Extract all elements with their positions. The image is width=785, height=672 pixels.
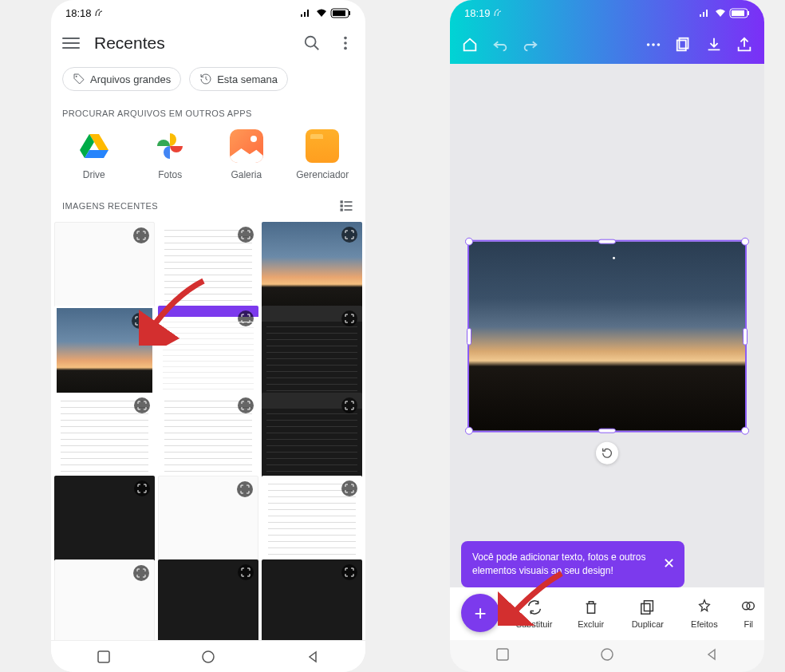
resize-handle[interactable] [465, 427, 473, 435]
expand-icon[interactable] [134, 397, 150, 413]
app-fotos[interactable]: Fotos [138, 129, 202, 180]
svg-rect-1 [333, 10, 345, 16]
canva-editor-screen: 18:19 [450, 0, 764, 672]
battery-icon [330, 8, 351, 18]
resize-handle[interactable] [598, 239, 616, 244]
app-galeria[interactable]: Galeria [215, 129, 278, 180]
selected-image[interactable] [467, 240, 747, 433]
expand-icon[interactable] [133, 565, 149, 581]
expand-icon[interactable] [238, 227, 254, 243]
expand-icon[interactable] [341, 397, 357, 413]
duplicar-button[interactable]: Duplicar [619, 599, 676, 629]
bottom-toolbar: + Substituir Excluir Duplicar Efeitos Fi… [450, 587, 764, 640]
search-icon[interactable] [303, 34, 321, 52]
moon-detail [613, 257, 615, 259]
page-title: Recentes [94, 34, 289, 53]
canvas-page[interactable] [460, 215, 755, 472]
nav-back-icon[interactable] [303, 647, 322, 666]
more-icon[interactable] [337, 34, 354, 52]
resize-handle[interactable] [465, 238, 473, 246]
svg-point-28 [747, 603, 754, 610]
menu-icon[interactable] [62, 38, 80, 49]
thumbnail[interactable] [262, 306, 362, 406]
svg-rect-11 [341, 204, 343, 207]
rotate-handle[interactable] [596, 442, 618, 464]
file-picker-screen: 18:18 Recentes Arquivos grandes Esta sem… [51, 0, 365, 672]
svg-point-8 [76, 76, 77, 77]
expand-icon[interactable] [341, 564, 357, 580]
expand-icon[interactable] [237, 481, 253, 497]
efeitos-button[interactable]: Efeitos [676, 599, 732, 629]
resize-handle[interactable] [467, 327, 471, 345]
svg-point-22 [657, 43, 661, 46]
filtros-button[interactable]: Fil [733, 599, 765, 629]
status-bar: 18:18 [51, 0, 365, 26]
thumbnail[interactable] [158, 306, 258, 406]
wifi-icon [315, 8, 328, 18]
svg-rect-19 [748, 11, 749, 15]
editor-toolbar [450, 26, 764, 64]
home-icon[interactable] [461, 36, 479, 53]
expand-icon[interactable] [134, 480, 150, 496]
app-drive[interactable]: Drive [62, 129, 126, 180]
app-gerenciador[interactable]: Gerenciador [290, 129, 354, 180]
resize-handle[interactable] [598, 429, 616, 433]
photos-icon [153, 129, 187, 163]
header: Recentes [51, 26, 365, 61]
svg-rect-15 [98, 651, 109, 662]
thumbnail[interactable] [262, 559, 362, 640]
resize-handle[interactable] [743, 327, 748, 345]
chip-this-week[interactable]: Esta semana [189, 67, 288, 91]
filemanager-icon [306, 129, 339, 163]
nav-recent-icon[interactable] [94, 647, 113, 666]
expand-icon[interactable] [132, 313, 148, 329]
close-icon[interactable]: ✕ [663, 555, 675, 575]
expand-icon[interactable] [238, 397, 254, 413]
svg-rect-29 [497, 649, 508, 660]
more-icon[interactable] [645, 36, 662, 53]
undo-icon[interactable] [491, 36, 509, 53]
thumbnail-sunset[interactable] [54, 306, 155, 406]
nav-bar [450, 640, 764, 672]
nav-home-icon[interactable] [199, 647, 218, 666]
svg-point-21 [652, 43, 655, 46]
svg-rect-9 [341, 200, 343, 203]
thumbnail[interactable] [54, 559, 155, 640]
expand-icon[interactable] [341, 480, 357, 496]
status-time: 18:19 [464, 7, 491, 19]
resize-handle[interactable] [741, 238, 749, 246]
nav-back-icon[interactable] [704, 647, 719, 665]
thumbnail[interactable] [158, 559, 258, 640]
history-icon [199, 73, 212, 85]
svg-rect-13 [341, 208, 343, 211]
share-icon[interactable] [736, 36, 753, 53]
expand-icon[interactable] [133, 227, 149, 243]
expand-icon[interactable] [238, 564, 254, 580]
svg-point-20 [647, 43, 650, 46]
svg-rect-12 [345, 205, 353, 207]
svg-point-7 [344, 47, 347, 50]
add-button[interactable]: + [461, 594, 499, 632]
svg-point-6 [344, 42, 347, 45]
status-time: 18:18 [65, 7, 92, 19]
pages-icon[interactable] [675, 36, 692, 53]
svg-point-30 [602, 649, 613, 660]
section-apps-label: PROCURAR ARQUIVOS EM OUTROS APPS [51, 101, 365, 123]
download-icon[interactable] [705, 36, 723, 53]
signal-icon [699, 8, 712, 18]
chip-large-files[interactable]: Arquivos grandes [62, 67, 181, 91]
nav-recent-icon[interactable] [495, 647, 510, 665]
expand-icon[interactable] [238, 310, 254, 326]
svg-rect-10 [345, 201, 353, 203]
expand-icon[interactable] [341, 227, 357, 243]
svg-point-5 [344, 37, 347, 40]
list-view-icon[interactable] [338, 198, 354, 214]
excluir-button[interactable]: Excluir [562, 599, 619, 629]
nav-home-icon[interactable] [600, 647, 614, 665]
redo-icon[interactable] [522, 36, 539, 53]
substituir-button[interactable]: Substituir [506, 599, 562, 629]
status-nfc-icon [95, 9, 108, 17]
resize-handle[interactable] [741, 427, 749, 435]
signal-icon [300, 8, 313, 18]
expand-icon[interactable] [341, 310, 357, 326]
